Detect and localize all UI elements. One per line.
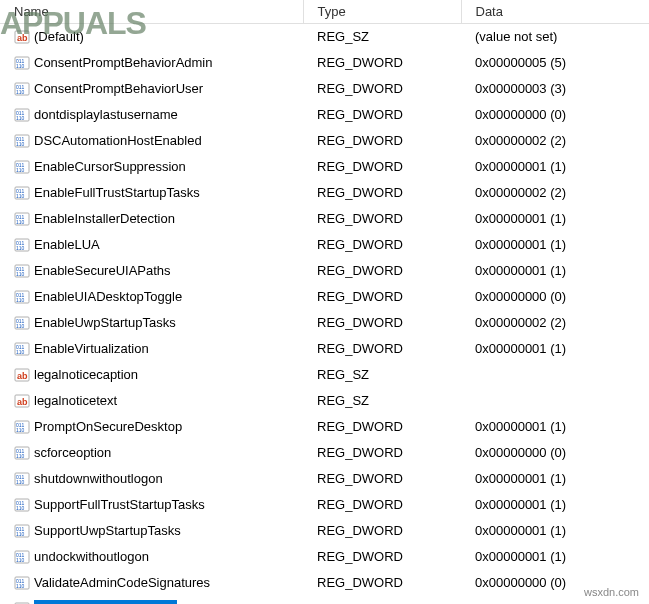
value-name: EnableSecureUIAPaths	[34, 263, 171, 278]
table-row[interactable]: 011110PromptOnSecureDesktopREG_DWORD0x00…	[0, 414, 649, 440]
value-name: undockwithoutlogon	[34, 549, 149, 564]
table-row[interactable]: 011110EnableVirtualizationREG_DWORD0x000…	[0, 336, 649, 362]
binary-value-icon: 011110	[14, 211, 30, 227]
value-data: 0x00000001 (1)	[461, 206, 649, 232]
value-name: PromptOnSecureDesktop	[34, 419, 182, 434]
svg-text:110: 110	[16, 115, 25, 121]
table-row[interactable]: 011110EnableUwpStartupTasksREG_DWORD0x00…	[0, 310, 649, 336]
svg-text:110: 110	[16, 557, 25, 563]
value-type: REG_SZ	[303, 388, 461, 414]
value-data: 0x00000003 (3)	[461, 76, 649, 102]
value-type: REG_DWORD	[303, 336, 461, 362]
value-type: REG_DWORD	[303, 440, 461, 466]
table-row[interactable]: 011110dontdisplaylastusernameREG_DWORD0x…	[0, 102, 649, 128]
table-row[interactable]: 011110ConsentPromptBehaviorAdminREG_DWOR…	[0, 50, 649, 76]
value-name: EnableUIADesktopToggle	[34, 289, 182, 304]
value-data: 0x00000002 (2)	[461, 310, 649, 336]
value-name: EnableLUA	[34, 237, 100, 252]
svg-text:110: 110	[16, 63, 25, 69]
value-name: shutdownwithoutlogon	[34, 471, 163, 486]
binary-value-icon: 011110	[14, 575, 30, 591]
table-row[interactable]: 011110EnableInstallerDetectionREG_DWORD0…	[0, 206, 649, 232]
binary-value-icon: 011110	[14, 523, 30, 539]
value-data: 0x00000000 (0)	[461, 570, 649, 596]
value-name: (Default)	[34, 29, 84, 44]
binary-value-icon: 011110	[14, 341, 30, 357]
table-row[interactable]: 011110scforceoptionREG_DWORD0x00000000 (…	[0, 440, 649, 466]
value-type: REG_DWORD	[303, 310, 461, 336]
svg-text:ab: ab	[17, 33, 28, 43]
column-header-data[interactable]: Data	[461, 0, 649, 24]
table-row[interactable]: 011110undockwithoutlogonREG_DWORD0x00000…	[0, 544, 649, 570]
table-row[interactable]: ab(Default)REG_SZ(value not set)	[0, 24, 649, 50]
table-row[interactable]: ablegalnoticetextREG_SZ	[0, 388, 649, 414]
string-value-icon: ab	[14, 29, 30, 45]
table-row[interactable]: 011110SupportFullTrustStartupTasksREG_DW…	[0, 492, 649, 518]
value-type: REG_SZ	[303, 24, 461, 50]
table-row[interactable]: 011110EnableLUAREG_DWORD0x00000001 (1)	[0, 232, 649, 258]
value-data: 0x00000001 (1)	[461, 232, 649, 258]
table-row[interactable]: 011110shutdownwithoutlogonREG_DWORD0x000…	[0, 466, 649, 492]
binary-value-icon: 011110	[14, 315, 30, 331]
svg-text:110: 110	[16, 427, 25, 433]
value-data: 0x00000001 (1)	[461, 258, 649, 284]
value-name: DSCAutomationHostEnabled	[34, 133, 202, 148]
column-header-type[interactable]: Type	[303, 0, 461, 24]
value-data: 0x00000001 (1)	[461, 414, 649, 440]
svg-text:110: 110	[16, 297, 25, 303]
value-name: ConsentPromptBehaviorUser	[34, 81, 203, 96]
table-row[interactable]: 011110EnableCursorSuppressionREG_DWORD0x…	[0, 154, 649, 180]
registry-values-table: Name Type Data ab(Default)REG_SZ(value n…	[0, 0, 649, 604]
value-name: EnableVirtualization	[34, 341, 149, 356]
column-header-name[interactable]: Name	[0, 0, 303, 24]
binary-value-icon: 011110	[14, 471, 30, 487]
value-data: 0x00000000 (0)	[461, 284, 649, 310]
table-row[interactable]: 011110DisableLockWorkstationREG_DWORD0x0…	[0, 596, 649, 605]
binary-value-icon: 011110	[14, 55, 30, 71]
value-name: ConsentPromptBehaviorAdmin	[34, 55, 212, 70]
table-row[interactable]: 011110ValidateAdminCodeSignaturesREG_DWO…	[0, 570, 649, 596]
svg-text:110: 110	[16, 453, 25, 459]
value-data: (value not set)	[461, 24, 649, 50]
string-value-icon: ab	[14, 367, 30, 383]
value-data: 0x00000001 (1)	[461, 492, 649, 518]
svg-text:110: 110	[16, 271, 25, 277]
value-data: 0x00000001 (1)	[461, 518, 649, 544]
binary-value-icon: 011110	[14, 185, 30, 201]
binary-value-icon: 011110	[14, 107, 30, 123]
value-name: EnableInstallerDetection	[34, 211, 175, 226]
binary-value-icon: 011110	[14, 289, 30, 305]
table-row[interactable]: ablegalnoticecaptionREG_SZ	[0, 362, 649, 388]
binary-value-icon: 011110	[14, 159, 30, 175]
svg-text:110: 110	[16, 323, 25, 329]
value-type: REG_DWORD	[303, 206, 461, 232]
binary-value-icon: 011110	[14, 237, 30, 253]
table-row[interactable]: 011110EnableSecureUIAPathsREG_DWORD0x000…	[0, 258, 649, 284]
table-row[interactable]: 011110ConsentPromptBehaviorUserREG_DWORD…	[0, 76, 649, 102]
svg-text:ab: ab	[17, 397, 28, 407]
svg-text:110: 110	[16, 349, 25, 355]
value-name: scforceoption	[34, 445, 111, 460]
value-data: 0x00000002 (2)	[461, 128, 649, 154]
table-header-row: Name Type Data	[0, 0, 649, 24]
value-name: dontdisplaylastusername	[34, 107, 178, 122]
value-type: REG_DWORD	[303, 232, 461, 258]
svg-text:110: 110	[16, 219, 25, 225]
binary-value-icon: 011110	[14, 263, 30, 279]
binary-value-icon: 011110	[14, 419, 30, 435]
svg-text:110: 110	[16, 479, 25, 485]
binary-value-icon: 011110	[14, 133, 30, 149]
value-type: REG_DWORD	[303, 492, 461, 518]
value-type: REG_SZ	[303, 362, 461, 388]
value-type: REG_DWORD	[303, 76, 461, 102]
svg-text:110: 110	[16, 167, 25, 173]
value-data: 0x00000001 (1)	[461, 466, 649, 492]
table-row[interactable]: 011110EnableFullTrustStartupTasksREG_DWO…	[0, 180, 649, 206]
table-row[interactable]: 011110SupportUwpStartupTasksREG_DWORD0x0…	[0, 518, 649, 544]
value-name: SupportUwpStartupTasks	[34, 523, 181, 538]
svg-text:110: 110	[16, 89, 25, 95]
value-type: REG_DWORD	[303, 284, 461, 310]
table-row[interactable]: 011110EnableUIADesktopToggleREG_DWORD0x0…	[0, 284, 649, 310]
value-type: REG_DWORD	[303, 596, 461, 605]
table-row[interactable]: 011110DSCAutomationHostEnabledREG_DWORD0…	[0, 128, 649, 154]
